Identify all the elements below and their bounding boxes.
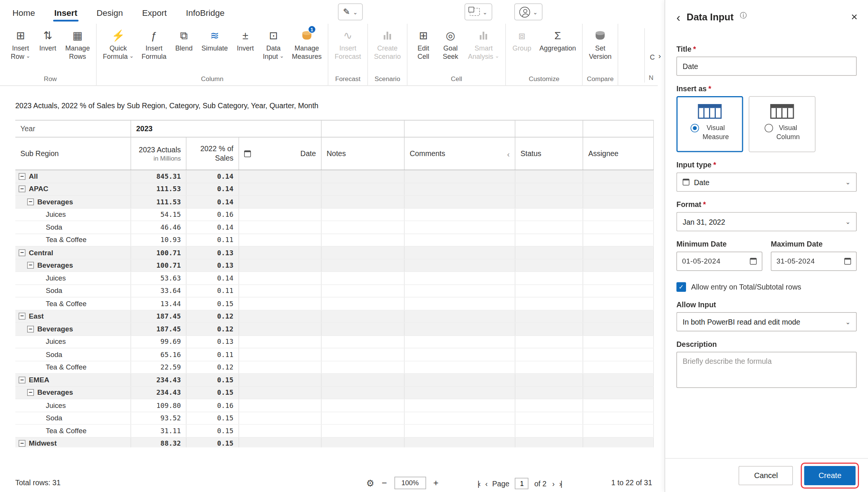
info-icon[interactable]: ⓘ [740, 11, 747, 20]
minimum-date-input[interactable]: 01-05-2024 [677, 252, 763, 271]
table-row[interactable]: Juices109.800.16 [15, 399, 654, 412]
cell-assignee[interactable] [583, 361, 654, 373]
table-row[interactable]: Tea & Coffee10.930.11 [15, 234, 654, 247]
tab-design[interactable]: Design [95, 2, 124, 22]
cell-assignee[interactable] [583, 234, 654, 246]
maximum-date-input[interactable]: 31-05-2024 [771, 252, 857, 271]
checkbox-checked-icon[interactable]: ✓ [677, 282, 686, 292]
cell-sales[interactable]: 0.12 [186, 310, 239, 322]
tab-export[interactable]: Export [141, 2, 168, 22]
cell-status[interactable] [515, 348, 583, 360]
cell-actuals[interactable]: 22.59 [131, 361, 186, 373]
ribbon-button-simulate[interactable]: ≋Simulate [197, 24, 232, 54]
cell-date[interactable] [239, 323, 322, 335]
ribbon-button-group[interactable]: ⧈Group [508, 24, 535, 54]
cell-date[interactable] [239, 348, 322, 360]
cell-notes[interactable] [322, 361, 405, 373]
table-row[interactable]: Tea & Coffee13.440.15 [15, 297, 654, 310]
cell-assignee[interactable] [583, 437, 654, 447]
table-row[interactable]: −Beverages100.710.13 [15, 259, 654, 272]
cell-sales[interactable]: 0.16 [186, 399, 239, 411]
table-row[interactable]: −APAC111.530.14 [15, 183, 654, 196]
ribbon-button-edit-cell[interactable]: ⊞EditCell [410, 24, 437, 62]
cell-date[interactable] [239, 361, 322, 373]
cell-comments[interactable] [405, 310, 515, 322]
cell-notes[interactable] [322, 323, 405, 335]
cell-date[interactable] [239, 437, 322, 447]
collapse-toggle-icon[interactable]: − [27, 389, 34, 396]
cell-actuals[interactable]: 234.43 [131, 374, 186, 386]
cell-actuals[interactable]: 111.53 [131, 196, 186, 208]
cell-comments[interactable] [405, 196, 515, 208]
cell-notes[interactable] [322, 183, 405, 195]
column-header-date[interactable]: Date [239, 138, 322, 170]
cell-actuals[interactable]: 99.69 [131, 336, 186, 348]
cell-assignee[interactable] [583, 272, 654, 284]
cell-actuals[interactable]: 845.31 [131, 170, 186, 182]
table-row[interactable]: −Central100.710.13 [15, 247, 654, 259]
cell-date[interactable] [239, 170, 322, 182]
settings-gear-icon[interactable]: ⚙ [366, 478, 374, 489]
table-row[interactable]: −EMEA234.430.15 [15, 374, 654, 387]
cell-subregion[interactable]: −APAC [15, 183, 131, 195]
cell-assignee[interactable] [583, 336, 654, 348]
date-picker-icon[interactable] [844, 258, 851, 265]
collapse-toggle-icon[interactable]: − [19, 440, 26, 447]
cell-subregion[interactable]: Juices [15, 208, 131, 221]
cell-sales[interactable]: 0.15 [186, 437, 239, 447]
cell-sales[interactable]: 0.13 [186, 259, 239, 271]
cell-subregion[interactable]: −Beverages [15, 196, 131, 208]
cell-status[interactable] [515, 323, 583, 335]
ribbon-button-invert[interactable]: ⇅Invert [34, 24, 61, 54]
table-row[interactable]: Soda65.160.11 [15, 348, 654, 361]
cell-status[interactable] [515, 437, 583, 447]
cell-subregion[interactable]: Juices [15, 336, 131, 348]
cell-subregion[interactable]: −Midwest [15, 437, 131, 447]
table-row[interactable]: −Beverages187.450.12 [15, 323, 654, 336]
cell-status[interactable] [515, 170, 583, 182]
cell-assignee[interactable] [583, 425, 654, 437]
cell-actuals[interactable]: 111.53 [131, 183, 186, 195]
cell-subregion[interactable]: Tea & Coffee [15, 425, 131, 437]
cell-sales[interactable]: 0.14 [186, 196, 239, 208]
cell-sales[interactable]: 0.12 [186, 323, 239, 335]
cell-status[interactable] [515, 285, 583, 297]
cell-actuals[interactable]: 187.45 [131, 310, 186, 322]
cell-date[interactable] [239, 183, 322, 195]
cell-status[interactable] [515, 259, 583, 271]
cell-status[interactable] [515, 336, 583, 348]
ribbon-button-set-version[interactable]: SetVersion [585, 24, 616, 62]
cell-actuals[interactable]: 31.11 [131, 425, 186, 437]
close-icon[interactable]: ✕ [851, 12, 858, 22]
first-page-icon[interactable]: |‹ [478, 479, 480, 488]
cell-comments[interactable] [405, 208, 515, 221]
cell-subregion[interactable]: −EMEA [15, 374, 131, 386]
cell-status[interactable] [515, 247, 583, 259]
cell-actuals[interactable]: 234.43 [131, 386, 186, 399]
cell-actuals[interactable]: 10.93 [131, 234, 186, 246]
cell-assignee[interactable] [583, 323, 654, 335]
cell-subregion[interactable]: Soda [15, 348, 131, 360]
input-type-dropdown[interactable]: Date ⌄ [677, 173, 857, 192]
cell-subregion[interactable]: Soda [15, 285, 131, 297]
cell-notes[interactable] [322, 412, 405, 424]
cell-actuals[interactable]: 187.45 [131, 323, 186, 335]
cell-comments[interactable] [405, 259, 515, 271]
cell-subregion[interactable]: Juices [15, 399, 131, 411]
ribbon-button-insert-formula[interactable]: ƒInsertFormula [138, 24, 170, 62]
cell-notes[interactable] [322, 259, 405, 271]
cell-comments[interactable] [405, 437, 515, 447]
cell-assignee[interactable] [583, 374, 654, 386]
cell-actuals[interactable]: 13.44 [131, 297, 186, 310]
cell-sales[interactable]: 0.12 [186, 361, 239, 373]
cell-sales[interactable]: 0.15 [186, 297, 239, 310]
cell-subregion[interactable]: Tea & Coffee [15, 234, 131, 246]
cell-sales[interactable]: 0.11 [186, 285, 239, 297]
ribbon-button-data-input[interactable]: ⊡DataInput⌄ [259, 24, 288, 62]
cell-date[interactable] [239, 285, 322, 297]
cell-status[interactable] [515, 310, 583, 322]
cell-subregion[interactable]: −East [15, 310, 131, 322]
cell-status[interactable] [515, 386, 583, 399]
cell-sales[interactable]: 0.13 [186, 336, 239, 348]
cell-status[interactable] [515, 183, 583, 195]
